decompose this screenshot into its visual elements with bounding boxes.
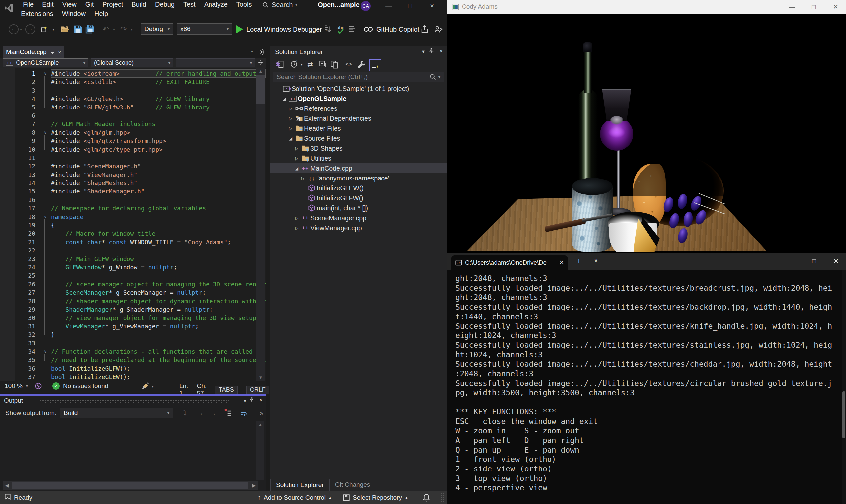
sync-active-document-icon[interactable] bbox=[275, 59, 284, 69]
code-line[interactable]: 14#include "ShapeMeshes.h" bbox=[0, 179, 266, 187]
share-icon[interactable] bbox=[420, 23, 429, 35]
tree-item-external-dependencies[interactable]: ▷External Dependencies bbox=[270, 113, 446, 123]
scroll-up-icon[interactable]: ▲ bbox=[256, 68, 265, 75]
filter-caret-icon[interactable]: ▾ bbox=[301, 59, 303, 69]
terminal-scroll-thumb[interactable] bbox=[842, 391, 845, 438]
tree-item-3d-shapes[interactable]: ▷3D Shapes bbox=[270, 143, 446, 153]
code-line[interactable]: 34∨// Function declarations - all functi… bbox=[0, 347, 266, 356]
code-line[interactable]: 25 bbox=[0, 271, 266, 280]
menu-item-build[interactable]: Build bbox=[127, 0, 151, 9]
pending-changes-filter-icon[interactable] bbox=[290, 59, 299, 69]
panel-tab-solution-explorer[interactable]: Solution Explorer bbox=[270, 479, 330, 491]
tree-item-initializeglew-[interactable]: InitializeGLEW() bbox=[270, 183, 446, 193]
code-line[interactable]: 35// need to be pre-declared at the begi… bbox=[0, 356, 266, 364]
vs-close-button[interactable]: × bbox=[422, 0, 442, 11]
tree-down-arrow-icon[interactable]: ◢ bbox=[281, 96, 288, 101]
code-line[interactable]: 26 // scene manager object for managing … bbox=[0, 280, 266, 288]
tree-item-viewmanager-cpp[interactable]: ▷++ViewManager.cpp bbox=[270, 223, 446, 233]
live-share-icon[interactable] bbox=[434, 23, 443, 35]
navigate-forward-button[interactable]: → bbox=[25, 23, 35, 35]
fold-collapse-icon[interactable]: ∨ bbox=[40, 347, 51, 356]
show-all-files-icon[interactable] bbox=[330, 59, 339, 69]
code-line[interactable]: 9#include <glm/gtx/transform.hpp> bbox=[0, 137, 266, 145]
fold-collapse-icon[interactable]: ∨ bbox=[40, 128, 51, 137]
code-line[interactable]: 8∨#include <glm/glm.hpp> bbox=[0, 128, 266, 137]
tree-down-arrow-icon[interactable]: ◢ bbox=[293, 166, 300, 171]
start-debugging-button[interactable]: Local Windows Debugger ▾ bbox=[236, 23, 328, 35]
menu-item-edit[interactable]: Edit bbox=[38, 0, 58, 9]
undo-caret-icon[interactable]: ▾ bbox=[113, 23, 115, 35]
text-structure-icon[interactable] bbox=[348, 23, 356, 35]
code-line[interactable]: 11 bbox=[0, 154, 266, 162]
save-all-button[interactable] bbox=[85, 23, 94, 35]
undo-button[interactable]: ↶ bbox=[102, 23, 109, 35]
menu-item-help[interactable]: Help bbox=[90, 9, 112, 18]
terminal-tab-close-icon[interactable]: ✕ bbox=[560, 259, 564, 266]
split-editor-icon[interactable] bbox=[258, 60, 264, 66]
menu-item-tools[interactable]: Tools bbox=[232, 0, 256, 9]
menu-item-file[interactable]: File bbox=[19, 0, 38, 9]
tree-item-openglsample[interactable]: ◢++OpenGLSample bbox=[270, 94, 446, 104]
tree-right-arrow-icon[interactable]: ▷ bbox=[287, 126, 294, 131]
panel-tab-git-changes[interactable]: Git Changes bbox=[330, 479, 375, 491]
add-to-source-control-button[interactable]: ↑ Add to Source Control ▲ bbox=[257, 491, 332, 504]
code-line[interactable]: 24 GLFWwindow* g_Window = nullptr; bbox=[0, 263, 266, 271]
tree-right-arrow-icon[interactable]: ▷ bbox=[293, 156, 300, 161]
code-line[interactable]: 37bool InitializeGLEW(); bbox=[0, 373, 266, 381]
tree-right-arrow-icon[interactable]: ▷ bbox=[287, 116, 294, 121]
scroll-down-icon[interactable]: ▼ bbox=[256, 374, 265, 381]
code-line[interactable]: 28 // shader manager object for dynamic … bbox=[0, 297, 266, 305]
opengl-viewport[interactable] bbox=[446, 14, 846, 252]
code-line[interactable]: 1∨#include <iostream> // error handling … bbox=[0, 69, 266, 78]
tree-item-utilities[interactable]: ▷Utilities bbox=[270, 153, 446, 163]
tab-close-icon[interactable]: × bbox=[58, 50, 61, 55]
scope-dropdown[interactable]: (Global Scope)▾ bbox=[91, 58, 173, 67]
pin-icon[interactable] bbox=[50, 50, 55, 55]
solution-configuration-combo[interactable]: Debug▾ bbox=[141, 23, 173, 35]
next-message-icon[interactable]: → bbox=[210, 410, 216, 417]
collapse-all-icon[interactable] bbox=[319, 59, 328, 69]
code-line[interactable]: 19{ bbox=[0, 221, 266, 229]
render-maximize-button[interactable]: □ bbox=[805, 0, 823, 14]
terminal-scrollbar[interactable] bbox=[842, 270, 846, 504]
code-line[interactable]: 36bool InitializeGLFW(); bbox=[0, 364, 266, 373]
tab-dropdown-caret-icon[interactable]: ∨ bbox=[594, 257, 598, 264]
project-dropdown[interactable]: ++OpenGLSample▾ bbox=[3, 58, 88, 67]
issues-label[interactable]: No issues found bbox=[63, 382, 108, 390]
cleanup-caret-icon[interactable]: ▾ bbox=[152, 384, 154, 389]
code-line[interactable]: 31 ViewManager* g_ViewManager = nullptr; bbox=[0, 322, 266, 330]
member-dropdown[interactable]: ▾ bbox=[176, 58, 255, 67]
code-line[interactable]: 17// Namespace for declaring global vari… bbox=[0, 204, 266, 212]
code-line[interactable]: 27 SceneManager* g_SceneManager = nullpt… bbox=[0, 288, 266, 296]
vs-minimize-button[interactable]: — bbox=[379, 0, 399, 11]
output-caret-icon[interactable]: ▾ bbox=[244, 398, 246, 404]
menu-item-project[interactable]: Project bbox=[98, 0, 127, 9]
tree-item-maincode-cpp[interactable]: ◢++MainCode.cpp bbox=[270, 163, 446, 173]
tree-right-arrow-icon[interactable]: ▷ bbox=[293, 226, 300, 231]
switch-views-icon[interactable]: ⇄ bbox=[307, 59, 313, 69]
account-avatar[interactable]: CA bbox=[360, 1, 371, 11]
tabs-indicator[interactable]: TABS bbox=[215, 385, 238, 394]
tab-maincode-cpp[interactable]: MainCode.cpp × bbox=[3, 47, 65, 58]
code-line[interactable]: 30 // view manager object for managing t… bbox=[0, 313, 266, 322]
new-project-button[interactable] bbox=[40, 23, 47, 35]
resize-grip[interactable] bbox=[440, 493, 445, 503]
menu-item-test[interactable]: Test bbox=[179, 0, 200, 9]
menu-item-window[interactable]: Window bbox=[58, 9, 90, 18]
output-scroll-up-icon[interactable]: ▲ bbox=[256, 421, 264, 428]
tree-item--anonymous-namespace-[interactable]: ▷{ }`anonymous-namespace' bbox=[270, 173, 446, 183]
tree-item-scenemanager-cpp[interactable]: ▷++SceneManager.cpp bbox=[270, 213, 446, 223]
vs-maximize-button[interactable]: □ bbox=[401, 0, 420, 11]
code-line[interactable]: 21 const char* const WINDOW_TITLE = "Cod… bbox=[0, 238, 266, 246]
code-line[interactable]: 20 // Macro for window title bbox=[0, 229, 266, 238]
terminal-minimize-button[interactable]: — bbox=[782, 253, 802, 270]
code-line[interactable]: 7// GLM Math Header inclusions bbox=[0, 120, 266, 128]
output-content[interactable]: ▲ bbox=[0, 420, 266, 481]
code-line[interactable]: 6 bbox=[0, 111, 266, 120]
code-line[interactable]: 13#include "ViewManager.h" bbox=[0, 170, 266, 179]
navigate-back-button[interactable]: ← bbox=[8, 23, 19, 35]
properties-wrench-icon[interactable] bbox=[357, 59, 366, 69]
notifications-bell-icon[interactable] bbox=[422, 491, 430, 504]
fold-collapse-icon[interactable]: ∨ bbox=[40, 69, 51, 78]
open-file-button[interactable] bbox=[60, 23, 70, 35]
